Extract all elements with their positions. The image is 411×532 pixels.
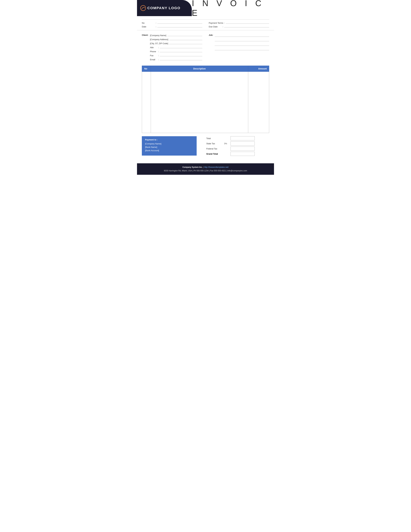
company-name-field: [Company Name] xyxy=(150,34,202,37)
client-job-section: Client: [Company Name] [Company Address]… xyxy=(137,30,274,64)
footer-website[interactable]: http://freewordtemplates.net/ xyxy=(204,166,229,168)
total-label: Total xyxy=(206,137,223,140)
meta-row-1: No : Payment Terms : xyxy=(142,21,269,24)
invoice-title: I N V O I C E xyxy=(192,0,269,18)
col-amount-header: Amount xyxy=(248,66,269,72)
payment-terms-colon: : xyxy=(224,22,225,24)
attn-colon: : xyxy=(158,46,159,49)
state-tax-row: State Tax 3% xyxy=(206,141,269,146)
due-date-field: Due Date : xyxy=(209,25,269,28)
date-colon: : xyxy=(156,26,156,28)
col-description-header: Description xyxy=(151,66,248,72)
email-colon: : xyxy=(158,58,159,61)
job-fields xyxy=(215,34,269,61)
invoice-title-area: I N V O I C E xyxy=(192,0,274,16)
page-header: COMPANY LOGO I N V O I C E xyxy=(137,0,274,16)
no-field: No : xyxy=(142,21,202,24)
col-no-header: No xyxy=(142,66,151,72)
due-date-label: Due Date xyxy=(209,26,222,28)
attn-field: Attn : xyxy=(150,46,202,49)
email-label: Email xyxy=(150,58,157,61)
table-header-row: No Description Amount xyxy=(142,66,269,72)
due-date-colon: : xyxy=(223,26,223,28)
table-cell-description[interactable] xyxy=(151,72,248,133)
company-address-text: [Company Address] xyxy=(150,38,168,41)
fax-colon: : xyxy=(158,54,159,57)
payment-terms-field: Payment Terms : xyxy=(209,21,269,24)
total-input[interactable] xyxy=(231,136,255,140)
bottom-bar: Company System Inc. | http://freewordtem… xyxy=(137,163,274,175)
state-tax-label: State Tax xyxy=(206,142,223,145)
company-name-text: [Company Name] xyxy=(150,34,166,37)
footer-section: Payment to : [Company Name] [Bank Name] … xyxy=(137,135,274,159)
grand-total-input[interactable] xyxy=(231,152,255,156)
city-zip-field: [City, ST, ZIP Code] xyxy=(150,42,202,45)
no-label: No xyxy=(142,22,155,24)
totals-block: Total State Tax 3% Federal Tax Grand Tot… xyxy=(206,136,269,157)
job-line-4[interactable] xyxy=(215,48,269,50)
date-value[interactable] xyxy=(157,25,202,28)
total-row: Total xyxy=(206,136,269,140)
footer-company: Company System Inc. xyxy=(182,166,203,168)
state-tax-percent: 3% xyxy=(224,142,229,145)
company-logo: COMPANY LOGO xyxy=(140,5,180,11)
client-label: Client: xyxy=(142,34,148,61)
grand-total-label: Grand Total xyxy=(206,153,223,155)
table-row xyxy=(142,72,269,133)
phone-value[interactable] xyxy=(160,50,202,52)
client-block: Client: [Company Name] [Company Address]… xyxy=(142,34,202,61)
fax-label: Fax xyxy=(150,54,157,57)
attn-label: Attn xyxy=(150,46,157,49)
city-zip-text: [City, ST, ZIP Code] xyxy=(150,42,168,45)
job-block: Job: xyxy=(209,34,269,61)
logo-icon xyxy=(140,5,146,11)
meta-section: No : Payment Terms : Date : Due Date : xyxy=(137,19,274,30)
federal-tax-row: Federal Tax xyxy=(206,147,269,151)
footer-line-1: Company System Inc. | http://freewordtem… xyxy=(140,166,271,169)
job-line-2[interactable] xyxy=(215,39,269,41)
due-date-value[interactable] xyxy=(224,25,269,28)
payment-terms-label: Payment Terms xyxy=(209,22,223,24)
no-value[interactable] xyxy=(157,21,202,24)
city-zip-underline[interactable] xyxy=(169,42,202,44)
phone-label: Phone xyxy=(150,50,157,53)
state-tax-input[interactable] xyxy=(231,141,255,146)
company-address-field: [Company Address] xyxy=(150,38,202,41)
logo-text: COMPANY LOGO xyxy=(147,6,180,10)
payment-box: Payment to : [Company Name] [Bank Name] … xyxy=(142,136,197,156)
phone-field: Phone : xyxy=(150,50,202,53)
table-cell-no[interactable] xyxy=(142,72,151,133)
email-value[interactable] xyxy=(160,58,202,60)
phone-colon: : xyxy=(158,50,159,53)
date-label: Date xyxy=(142,26,155,28)
svg-point-0 xyxy=(140,6,146,11)
payment-bank-account: [Bank Account] xyxy=(145,149,193,152)
job-label: Job: xyxy=(209,34,213,61)
logo-box: COMPANY LOGO xyxy=(137,0,192,16)
company-address-underline[interactable] xyxy=(169,38,202,40)
fax-value[interactable] xyxy=(160,54,202,56)
fax-field: Fax : xyxy=(150,54,202,57)
federal-tax-input[interactable] xyxy=(231,147,255,151)
job-line-3[interactable] xyxy=(215,43,269,46)
invoice-table: No Description Amount xyxy=(142,66,269,133)
meta-row-2: Date : Due Date : xyxy=(142,25,269,28)
table-cell-amount[interactable] xyxy=(248,72,269,133)
email-field: Email : xyxy=(150,58,202,61)
payment-company-name: [Company Name] xyxy=(145,142,193,145)
payment-title: Payment to : xyxy=(145,139,193,141)
payment-terms-value[interactable] xyxy=(226,21,269,24)
job-line-1[interactable] xyxy=(215,34,269,37)
attn-value[interactable] xyxy=(160,46,202,48)
date-field: Date : xyxy=(142,25,202,28)
federal-tax-label: Federal Tax xyxy=(206,148,223,150)
company-name-underline[interactable] xyxy=(167,34,202,36)
client-fields: [Company Name] [Company Address] [City, … xyxy=(150,34,202,61)
no-colon: : xyxy=(156,22,156,24)
grand-total-row: Grand Total xyxy=(206,152,269,156)
footer-line-2: 8030 Harrington Rd, Miami, USA | Ph 555-… xyxy=(140,169,271,173)
payment-bank-name: [Bank Name] xyxy=(145,146,193,148)
